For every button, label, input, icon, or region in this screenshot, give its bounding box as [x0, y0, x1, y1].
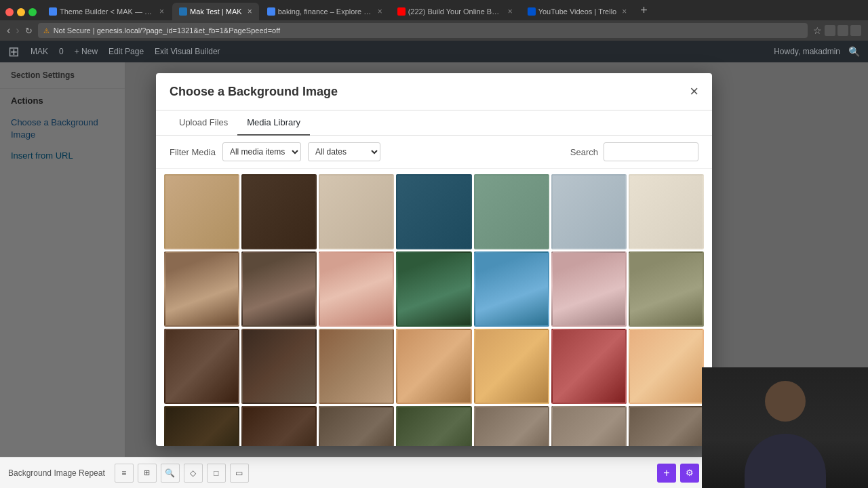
media-item[interactable] — [474, 329, 549, 404]
tab-close-tab5[interactable]: × — [622, 7, 627, 16]
image-overlay — [397, 407, 470, 446]
tab-upload-files[interactable]: Upload Files — [170, 110, 237, 136]
tab-label-tab1: Theme Builder < MAK — WordP... — [60, 7, 154, 16]
layout-icon-4[interactable]: □ — [207, 464, 226, 483]
layout-icon-1[interactable]: ≡ — [115, 464, 134, 483]
admin-new-item[interactable]: + New — [69, 47, 103, 56]
search-input[interactable] — [604, 142, 698, 161]
tab-label-tab2: Mak Test | MAK — [190, 7, 242, 16]
date-filter[interactable]: All dates January 2024 — [308, 142, 380, 161]
admin-comments[interactable]: 0 — [54, 47, 69, 56]
media-item[interactable] — [164, 406, 239, 446]
tab-close-tab2[interactable]: × — [248, 7, 252, 16]
browser-tab-bar: Theme Builder < MAK — WordP...×Mak Test … — [0, 0, 868, 20]
nav-forward-button[interactable]: › — [16, 24, 19, 37]
traffic-light-red[interactable] — [5, 8, 14, 16]
new-tab-button[interactable]: + — [635, 3, 653, 20]
image-overlay — [553, 176, 625, 248]
nav-back-button[interactable]: ‹ — [7, 24, 10, 37]
media-item[interactable] — [551, 329, 627, 404]
extension-icons — [825, 25, 861, 36]
image-overlay — [397, 176, 470, 248]
image-overlay — [553, 253, 625, 325]
video-overlay — [702, 367, 868, 488]
search-label: Search — [570, 147, 598, 157]
media-type-filter[interactable]: All media items Images Videos — [222, 142, 301, 161]
layout-icon-3[interactable]: ◇ — [184, 464, 203, 483]
ext-icon-3[interactable] — [850, 25, 861, 36]
image-overlay — [243, 330, 315, 403]
media-item[interactable] — [241, 329, 317, 404]
image-overlay — [630, 253, 703, 325]
browser-tab-tab2[interactable]: Mak Test | MAK× — [172, 3, 259, 20]
media-item[interactable] — [164, 329, 239, 404]
media-grid: 🖼 — [164, 174, 704, 446]
browser-tab-tab5[interactable]: YouTube Videos | Trello× — [521, 3, 634, 20]
image-overlay — [320, 253, 393, 325]
tab-label-tab3: baking, finance – Explore – Goo... — [278, 7, 372, 16]
tab-close-tab3[interactable]: × — [378, 7, 382, 16]
browser-extensions: ☆ — [813, 25, 861, 36]
person-body — [745, 434, 826, 488]
media-item[interactable] — [319, 329, 394, 404]
image-overlay — [475, 407, 548, 446]
ext-icon-2[interactable] — [837, 25, 848, 36]
media-item[interactable] — [551, 174, 627, 249]
wp-logo[interactable]: ⊞ — [8, 43, 20, 60]
search-icon-bottom[interactable]: 🔍 — [161, 464, 180, 483]
media-item[interactable] — [319, 406, 394, 446]
browser-tab-tab3[interactable]: baking, finance – Explore – Goo...× — [260, 3, 389, 20]
image-overlay — [630, 176, 703, 248]
media-item[interactable] — [164, 251, 239, 327]
media-item[interactable] — [474, 251, 549, 327]
layout-icon-5[interactable]: ▭ — [230, 464, 249, 483]
extension-star[interactable]: ☆ — [813, 25, 822, 36]
video-content — [702, 367, 868, 488]
modal-tab-bar: Upload Files Media Library — [156, 110, 712, 136]
nav-refresh-button[interactable]: ↻ — [25, 26, 33, 36]
add-section-button[interactable]: + — [657, 464, 676, 483]
media-item[interactable] — [629, 329, 704, 404]
media-item[interactable] — [629, 406, 704, 446]
media-item[interactable] — [629, 251, 704, 327]
media-item[interactable] — [319, 174, 394, 249]
media-item[interactable] — [164, 174, 239, 249]
traffic-light-yellow[interactable] — [17, 8, 25, 16]
browser-tab-tab4[interactable]: (222) Build Your Online Busines...× — [391, 3, 519, 20]
address-bar[interactable]: ⚠ Not Secure | genesis.local/?page_id=13… — [38, 23, 808, 38]
layout-icon-2[interactable]: ⊞ — [138, 464, 157, 483]
media-item[interactable] — [241, 406, 317, 446]
media-item[interactable] — [474, 174, 549, 249]
admin-edit-page[interactable]: Edit Page — [103, 47, 149, 56]
admin-exit-vb[interactable]: Exit Visual Builder — [149, 47, 226, 56]
browser-tab-tab1[interactable]: Theme Builder < MAK — WordP...× — [42, 3, 171, 20]
media-item[interactable] — [551, 406, 627, 446]
media-item[interactable] — [241, 174, 317, 249]
tab-close-tab1[interactable]: × — [159, 7, 164, 16]
media-item[interactable] — [396, 251, 471, 327]
media-item[interactable] — [241, 251, 317, 327]
admin-search-icon[interactable]: 🔍 — [848, 46, 860, 57]
person-in-video — [702, 367, 868, 488]
media-item[interactable] — [551, 251, 627, 327]
ext-icon-1[interactable] — [825, 25, 835, 36]
tab-media-library[interactable]: Media Library — [237, 110, 310, 136]
main-layout: Section Settings Actions Choose a Backgr… — [0, 62, 868, 488]
media-item[interactable] — [396, 174, 471, 249]
tab-favicon-tab4 — [397, 7, 406, 16]
image-overlay — [397, 253, 470, 325]
modal-close-button[interactable]: × — [690, 84, 698, 99]
tab-close-tab4[interactable]: × — [508, 7, 513, 16]
admin-mak-item[interactable]: MAK — [25, 47, 54, 56]
media-item[interactable] — [396, 406, 471, 446]
traffic-light-green[interactable] — [28, 8, 37, 16]
media-item[interactable] — [474, 406, 549, 446]
media-item[interactable] — [629, 174, 704, 249]
media-item[interactable] — [319, 251, 394, 327]
image-overlay — [165, 176, 238, 248]
tab-favicon-tab3 — [267, 7, 275, 16]
media-item[interactable] — [396, 329, 471, 404]
media-grid-container: 🖼 — [156, 169, 712, 446]
modal: Choose a Background Image × Upload Files… — [156, 73, 712, 446]
settings-icon-btn[interactable]: ⚙ — [680, 464, 699, 483]
